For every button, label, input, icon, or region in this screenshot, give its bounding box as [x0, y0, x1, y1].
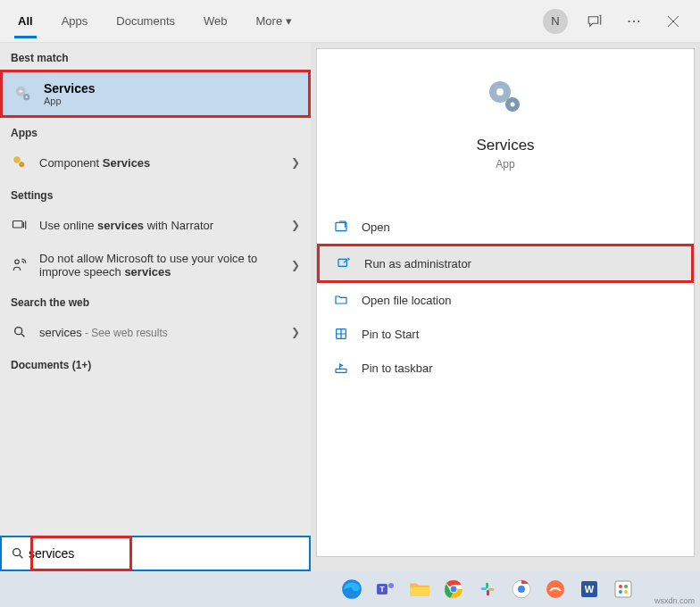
svg-point-8	[15, 328, 22, 335]
action-open-location[interactable]: Open file location	[317, 283, 694, 317]
chevron-down-icon: ▾	[286, 14, 292, 28]
svg-point-37	[619, 585, 622, 588]
search-icon	[11, 323, 29, 341]
narrator-icon	[11, 216, 29, 234]
preview-panel: Services App Open Run as administrator O…	[316, 48, 695, 557]
svg-rect-30	[487, 590, 489, 595]
preview-title: Services	[476, 137, 534, 154]
taskbar-chrome-icon[interactable]	[439, 575, 468, 603]
svg-point-32	[518, 586, 525, 593]
best-match-item[interactable]: Services App	[0, 70, 311, 118]
action-open[interactable]: Open	[317, 210, 694, 244]
taskbar-chrome2-icon[interactable]	[507, 575, 536, 603]
apps-label: Apps	[0, 118, 311, 145]
taskbar: T W	[0, 571, 700, 607]
tab-documents[interactable]: Documents	[112, 4, 179, 38]
open-icon	[333, 219, 349, 235]
svg-rect-16	[336, 369, 346, 372]
svg-point-4	[13, 156, 21, 163]
taskbar-slack-icon[interactable]	[473, 575, 502, 603]
web-item-label: services - See web results	[39, 326, 280, 339]
svg-rect-29	[486, 583, 488, 588]
svg-point-12	[511, 103, 515, 107]
chevron-right-icon: ❯	[291, 259, 300, 271]
watermark: wsxdn.com	[654, 596, 695, 605]
best-match-sub: App	[44, 96, 96, 106]
folder-icon	[333, 292, 349, 308]
svg-rect-36	[615, 581, 631, 597]
web-result-services[interactable]: services - See web results ❯	[0, 314, 311, 350]
results-panel: Best match Services App Apps Component S…	[0, 43, 311, 562]
svg-point-10	[496, 88, 504, 96]
taskbar-word-icon[interactable]: W	[575, 575, 604, 603]
action-label: Pin to Start	[362, 328, 419, 341]
services-large-icon	[484, 76, 527, 119]
taskbar-teams-icon[interactable]: T	[371, 575, 400, 603]
tab-more[interactable]: More ▾	[253, 4, 296, 38]
main-area: Best match Services App Apps Component S…	[0, 43, 700, 562]
svg-rect-28	[488, 588, 494, 591]
svg-point-5	[19, 162, 24, 167]
action-label: Open file location	[362, 294, 451, 307]
svg-rect-27	[481, 587, 487, 590]
more-icon[interactable]: ⋯	[621, 9, 646, 34]
tab-apps[interactable]: Apps	[58, 4, 92, 38]
speech-icon	[11, 256, 29, 274]
header-bar: All Apps Documents Web More ▾ N ⋯	[0, 0, 700, 43]
svg-rect-14	[338, 259, 346, 266]
search-icon	[11, 546, 25, 561]
component-services-icon	[11, 154, 29, 171]
close-icon[interactable]	[661, 9, 686, 34]
svg-text:T: T	[379, 585, 385, 594]
chevron-right-icon: ❯	[291, 326, 300, 338]
best-match-title: Services	[44, 81, 96, 96]
header-right: N ⋯	[543, 9, 686, 34]
preview-sub: App	[496, 158, 514, 170]
feedback-icon[interactable]	[582, 9, 607, 34]
taskbar-app-icon[interactable]	[541, 575, 570, 603]
pin-taskbar-icon	[333, 360, 349, 376]
best-match-label: Best match	[0, 43, 311, 70]
app-component-services[interactable]: Component Services ❯	[0, 145, 311, 180]
action-run-admin[interactable]: Run as administrator	[317, 244, 694, 283]
app-item-label: Component Services	[39, 156, 280, 170]
svg-point-1	[19, 89, 22, 93]
taskbar-explorer-icon[interactable]	[405, 575, 434, 603]
taskbar-edge-icon[interactable]	[338, 575, 366, 603]
svg-text:W: W	[585, 584, 595, 595]
svg-point-7	[15, 260, 20, 264]
pin-start-icon	[333, 326, 349, 342]
action-label: Run as administrator	[364, 257, 471, 270]
tab-strip: All Apps Documents Web More ▾	[14, 4, 543, 38]
chevron-right-icon: ❯	[291, 219, 300, 231]
action-pin-start[interactable]: Pin to Start	[317, 317, 694, 351]
tab-all[interactable]: All	[14, 4, 37, 38]
admin-icon	[336, 255, 352, 271]
tab-web[interactable]: Web	[200, 4, 231, 38]
action-pin-taskbar[interactable]: Pin to taskbar	[317, 351, 694, 385]
svg-point-21	[388, 583, 394, 588]
settings-label: Settings	[0, 180, 311, 207]
action-list: Open Run as administrator Open file loca…	[317, 210, 694, 385]
search-web-label: Search the web	[0, 287, 311, 314]
svg-rect-6	[13, 221, 23, 229]
search-input[interactable]	[25, 543, 300, 564]
search-bar[interactable]	[0, 536, 311, 571]
setting-item-label: Use online services with Narrator	[39, 219, 280, 232]
documents-label: Documents (1+)	[0, 350, 311, 377]
best-match-text: Services App	[44, 81, 96, 106]
action-label: Pin to taskbar	[362, 362, 433, 375]
svg-point-40	[624, 590, 628, 594]
services-icon	[13, 84, 33, 104]
setting-item-label: Do not allow Microsoft to use your voice…	[39, 252, 280, 279]
svg-rect-22	[410, 587, 429, 596]
svg-point-38	[624, 585, 628, 588]
preview-header: Services App	[317, 67, 694, 188]
action-label: Open	[362, 220, 390, 234]
chevron-right-icon: ❯	[291, 156, 300, 169]
setting-speech-services[interactable]: Do not allow Microsoft to use your voice…	[0, 243, 311, 287]
setting-narrator-services[interactable]: Use online services with Narrator ❯	[0, 207, 311, 243]
svg-point-39	[619, 590, 622, 594]
avatar[interactable]: N	[543, 9, 568, 34]
taskbar-paint-icon[interactable]	[609, 575, 638, 603]
